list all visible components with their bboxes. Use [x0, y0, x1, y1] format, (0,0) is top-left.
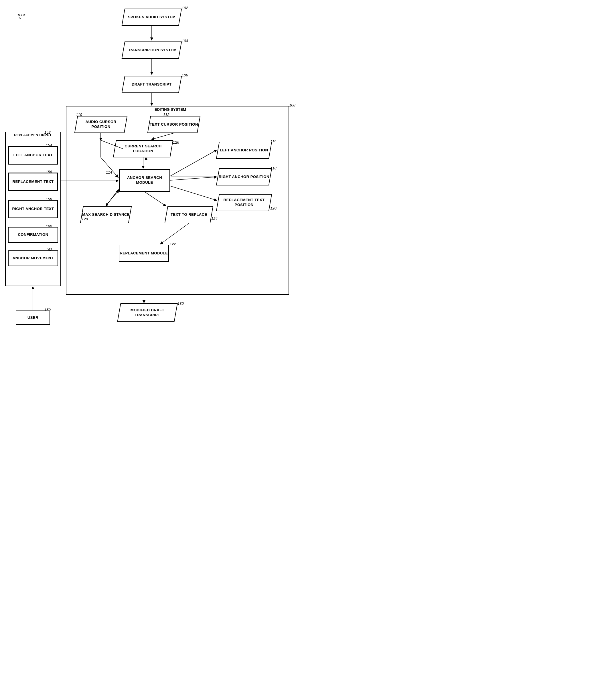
editing-system-label: EDITING SYSTEM	[155, 107, 186, 111]
left-anchor-pos-ref: 116	[270, 139, 277, 143]
current-search-box: CURRENT SEARCH LOCATION	[113, 140, 173, 157]
text-to-replace-box: TEXT TO REPLACE	[165, 206, 214, 223]
user-box: USER	[16, 310, 50, 325]
anchor-movement-ref: 162	[46, 248, 52, 252]
diagram: 100a ↘ SPOKEN AUDIO SYSTEM 102 TRANSCRIP…	[0, 0, 300, 350]
replacement-input-ref: 152	[44, 130, 51, 134]
anchor-movement-label: ANCHOR MOVEMENT	[12, 256, 53, 261]
draft-transcript-label: DRAFT TRANSCRIPT	[132, 82, 172, 87]
transcription-ref: 104	[182, 39, 188, 43]
audio-cursor-box: AUDIO CURSOR POSITION	[74, 116, 128, 133]
left-anchor-pos-box: LEFT ANCHOR POSITION	[216, 142, 272, 159]
left-anchor-text-label: LEFT ANCHOR TEXT	[14, 153, 53, 158]
modified-draft-ref: 130	[177, 301, 184, 306]
replacement-module-label: REPLACEMENT MODULE	[120, 251, 168, 256]
text-cursor-box: TEXT CURSOR POSITION	[147, 116, 201, 133]
right-anchor-pos-ref: 118	[270, 166, 277, 170]
modified-draft-label: MODIFIED DRAFT TRANSCRIPT	[119, 308, 175, 318]
replacement-module-ref: 122	[170, 242, 176, 246]
modified-draft-box: MODIFIED DRAFT TRANSCRIPT	[117, 303, 177, 322]
text-to-replace-ref: 124	[211, 216, 218, 221]
anchor-movement-box: ANCHOR MOVEMENT	[8, 250, 58, 266]
replacement-text-ref: 156	[46, 170, 52, 174]
right-anchor-pos-label: RIGHT ANCHOR POSITION	[219, 175, 269, 179]
confirmation-label: CONFIRMATION	[18, 232, 48, 237]
draft-transcript-box: DRAFT TRANSCRIPT	[122, 76, 182, 93]
transcription-box: TRANSCRIPTION SYSTEM	[122, 42, 182, 59]
max-search-label: MAX SEARCH DISTANCE	[82, 212, 130, 217]
right-anchor-text-ref: 158	[46, 197, 52, 201]
anchor-search-label: ANCHOR SEARCH MODULE	[120, 175, 170, 185]
replacement-text-pos-ref: 120	[270, 206, 277, 210]
confirmation-ref: 160	[46, 224, 52, 228]
transcription-label: TRANSCRIPTION SYSTEM	[127, 48, 177, 53]
replacement-text-pos-box: REPLACEMENT TEXT POSITION	[216, 194, 272, 211]
user-ref: 150	[44, 308, 51, 312]
right-anchor-text-box: RIGHT ANCHOR TEXT	[8, 200, 58, 218]
editing-system-ref: 108	[289, 103, 295, 107]
current-search-ref: 126	[173, 140, 179, 145]
right-anchor-text-label: RIGHT ANCHOR TEXT	[12, 207, 54, 211]
audio-cursor-label: AUDIO CURSOR POSITION	[76, 120, 125, 129]
replacement-module-box: REPLACEMENT MODULE	[119, 245, 169, 262]
anchor-search-box: ANCHOR SEARCH MODULE	[119, 169, 170, 192]
audio-cursor-ref: 110	[76, 112, 82, 117]
text-to-replace-label: TEXT TO REPLACE	[171, 212, 207, 217]
replacement-text-box: REPLACEMENT TEXT	[8, 173, 58, 191]
text-cursor-label: TEXT CURSOR POSITION	[150, 122, 198, 127]
anchor-search-ref: 114	[106, 170, 112, 175]
spoken-audio-label: SPOKEN AUDIO SYSTEM	[128, 15, 175, 20]
replacement-input-label: REPLACEMENT INPUT	[6, 133, 59, 137]
current-search-label: CURRENT SEARCH LOCATION	[115, 144, 171, 154]
spoken-audio-box: SPOKEN AUDIO SYSTEM	[122, 8, 182, 26]
confirmation-box: CONFIRMATION	[8, 227, 58, 243]
user-label: USER	[27, 316, 39, 320]
text-cursor-ref: 112	[163, 112, 170, 117]
draft-transcript-ref: 106	[182, 73, 188, 77]
right-anchor-pos-box: RIGHT ANCHOR POSITION	[216, 168, 272, 185]
left-anchor-pos-label: LEFT ANCHOR POSITION	[220, 148, 268, 153]
replacement-text-label: REPLACEMENT TEXT	[12, 179, 54, 184]
left-anchor-text-box: LEFT ANCHOR TEXT	[8, 146, 58, 165]
replacement-text-pos-label: REPLACEMENT TEXT POSITION	[218, 198, 270, 207]
left-anchor-text-ref: 154	[46, 143, 52, 147]
max-search-ref: 128	[81, 217, 88, 221]
spoken-audio-ref: 102	[182, 6, 188, 10]
